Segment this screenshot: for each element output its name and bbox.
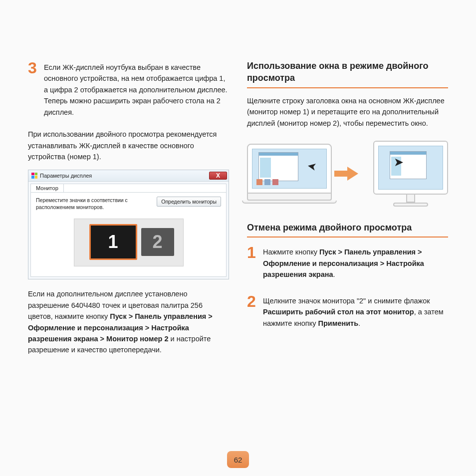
windows-icon — [31, 173, 37, 179]
section-1-body: Щелкните строку заголовка окна на основн… — [247, 95, 448, 129]
resolution-note: Если на дополнительном дисплее установле… — [28, 288, 229, 356]
step-text: Если ЖК-дисплей ноутбука выбран в качест… — [44, 60, 229, 118]
step-text: Нажмите кнопку Пуск > Панель управления … — [263, 244, 448, 280]
monitor-2[interactable]: 2 — [141, 228, 174, 256]
divider — [247, 237, 448, 238]
arrow-right-icon — [347, 167, 358, 181]
dual-monitor-illustration: ➤ ➤ — [247, 136, 448, 222]
section-2-title: Отмена режима двойного просмотра — [247, 222, 448, 234]
monitor-arrangement[interactable]: 1 2 — [74, 219, 184, 266]
page-number-badge: 62 — [227, 451, 249, 468]
monitor-1[interactable]: 1 — [89, 224, 137, 260]
cancel-step-2: 2 Щелкните значок монитора "2" и снимите… — [247, 293, 448, 329]
divider — [247, 87, 448, 88]
step-number: 1 — [247, 244, 258, 280]
cursor-icon: ➤ — [306, 160, 317, 174]
laptop-icon: ➤ — [247, 144, 332, 204]
left-column: 3 Если ЖК-дисплей ноутбука выбран в каче… — [28, 60, 229, 363]
section-1-title: Использование окна в режиме двойного про… — [247, 60, 448, 84]
close-button[interactable]: X — [209, 172, 227, 180]
cursor-icon: ➤ — [394, 155, 404, 169]
note-text: При использовании двойного просмотра рек… — [28, 129, 229, 162]
step-number: 3 — [28, 60, 39, 118]
dialog-instruction: Переместите значки в соответствии с расп… — [36, 197, 153, 211]
cancel-step-1: 1 Нажмите кнопку Пуск > Панель управлени… — [247, 244, 448, 280]
step-number: 2 — [247, 293, 258, 329]
monitor-icon: ➤ — [373, 141, 448, 207]
display-settings-dialog: Параметры дисплея X Монитор Переместите … — [28, 170, 229, 279]
page-content: 3 Если ЖК-дисплей ноутбука выбран в каче… — [0, 0, 476, 363]
dialog-titlebar: Параметры дисплея X — [28, 170, 229, 182]
dialog-title: Параметры дисплея — [40, 173, 92, 179]
monitor-tab[interactable]: Монитор — [30, 184, 64, 192]
right-column: Использование окна в режиме двойного про… — [247, 60, 448, 363]
identify-monitors-button[interactable]: Определить мониторы — [157, 197, 221, 207]
step-text: Щелкните значок монитора "2" и снимите ф… — [263, 293, 448, 329]
step-3: 3 Если ЖК-дисплей ноутбука выбран в каче… — [28, 60, 229, 118]
